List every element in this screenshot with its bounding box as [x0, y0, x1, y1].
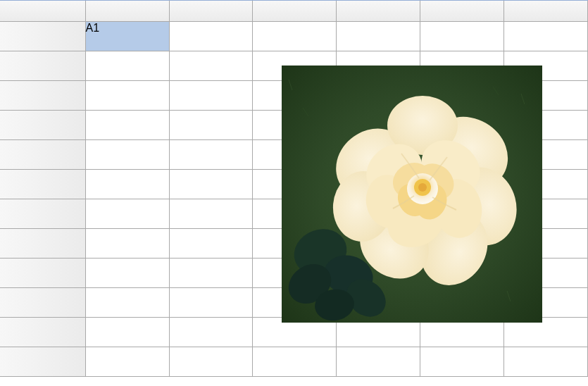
row-header[interactable] — [0, 259, 86, 288]
cell[interactable] — [170, 259, 254, 288]
cell[interactable] — [420, 22, 504, 51]
cell[interactable] — [170, 199, 254, 229]
cell[interactable] — [170, 51, 254, 81]
row-header[interactable] — [0, 347, 86, 377]
embedded-image[interactable] — [282, 66, 542, 323]
column-header[interactable] — [504, 1, 588, 22]
cell[interactable] — [86, 111, 170, 140]
row-header[interactable] — [0, 22, 86, 51]
cell[interactable] — [86, 229, 170, 259]
svg-point-30 — [418, 183, 427, 192]
cell[interactable] — [86, 199, 170, 229]
cell[interactable] — [337, 347, 420, 377]
column-header-row — [0, 1, 588, 22]
row-header[interactable] — [0, 199, 86, 229]
cell[interactable] — [86, 318, 170, 347]
data-row — [0, 347, 588, 377]
row-header[interactable] — [0, 140, 86, 170]
row-header[interactable] — [0, 81, 86, 111]
cell[interactable] — [170, 229, 254, 259]
cell[interactable] — [253, 22, 337, 51]
row-header[interactable] — [0, 229, 86, 259]
row-header[interactable] — [0, 51, 86, 81]
row-header[interactable] — [0, 111, 86, 140]
rose-photo-icon — [282, 66, 542, 323]
cell[interactable] — [253, 347, 337, 377]
column-header[interactable] — [170, 1, 254, 22]
cell[interactable] — [170, 170, 254, 199]
cell[interactable] — [337, 22, 420, 51]
cell[interactable] — [86, 288, 170, 318]
column-header[interactable] — [86, 1, 170, 22]
column-header[interactable] — [337, 1, 420, 22]
cell[interactable] — [170, 81, 254, 111]
cell[interactable] — [86, 51, 170, 81]
cell[interactable] — [170, 288, 254, 318]
cell[interactable] — [86, 259, 170, 288]
cell[interactable] — [170, 140, 254, 170]
cell[interactable] — [170, 111, 254, 140]
corner-cell[interactable] — [0, 1, 86, 22]
column-header[interactable] — [253, 1, 337, 22]
row-header[interactable] — [0, 318, 86, 347]
cell-selected[interactable]: A1 — [86, 22, 170, 51]
cell[interactable] — [170, 318, 254, 347]
cell[interactable] — [170, 22, 254, 51]
column-header[interactable] — [420, 1, 504, 22]
cell[interactable] — [504, 22, 588, 51]
cell[interactable] — [504, 347, 588, 377]
cell[interactable] — [86, 140, 170, 170]
row-header[interactable] — [0, 170, 86, 199]
cell[interactable] — [86, 170, 170, 199]
cell[interactable] — [86, 347, 170, 377]
cell[interactable] — [86, 81, 170, 111]
row-header[interactable] — [0, 288, 86, 318]
cell[interactable] — [170, 347, 254, 377]
cell[interactable] — [420, 347, 504, 377]
data-row: A1 — [0, 22, 588, 51]
